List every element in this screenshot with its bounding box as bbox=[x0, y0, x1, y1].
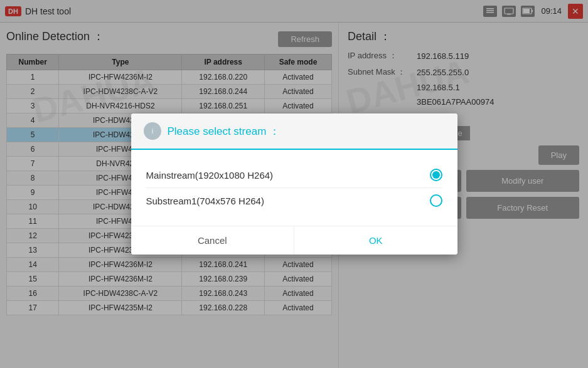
stream-option-mainstream[interactable]: Mainstream(1920x1080 H264) bbox=[146, 162, 442, 188]
svg-text:i: i bbox=[151, 128, 152, 135]
mainstream-label: Mainstream(1920x1080 H264) bbox=[146, 170, 274, 181]
substream-radio[interactable] bbox=[430, 194, 442, 207]
modal-overlay: i Please select stream ： Mainstream(1920… bbox=[0, 0, 588, 368]
stream-select-dialog: i Please select stream ： Mainstream(1920… bbox=[131, 113, 457, 255]
modal-header-icon: i bbox=[144, 122, 161, 140]
modal-body: Mainstream(1920x1080 H264) Substream1(70… bbox=[131, 150, 457, 226]
ok-button[interactable]: OK bbox=[294, 226, 457, 255]
modal-footer: Cancel OK bbox=[131, 226, 457, 255]
modal-header-text: Please select stream ： bbox=[168, 124, 281, 139]
cancel-button[interactable]: Cancel bbox=[131, 226, 295, 255]
stream-option-substream[interactable]: Substream1(704x576 H264) bbox=[146, 188, 442, 213]
substream-label: Substream1(704x576 H264) bbox=[146, 196, 264, 206]
mainstream-radio[interactable] bbox=[430, 169, 442, 181]
modal-header: i Please select stream ： bbox=[131, 113, 457, 150]
